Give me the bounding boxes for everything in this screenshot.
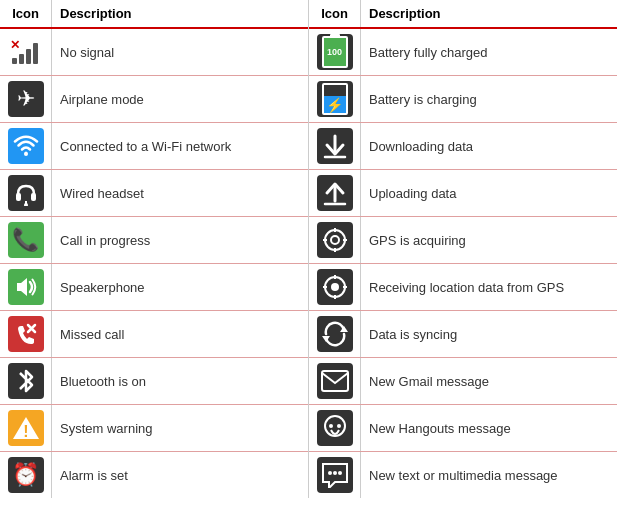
row-battery-full: 100 Battery fully charged [309,29,617,76]
icon-battery-charging: ⚡ [309,76,361,122]
desc-wired-headset: Wired headset [52,180,308,207]
row-uploading: Uploading data [309,170,617,217]
svg-rect-2 [31,193,36,201]
left-icon-header: Icon [0,0,52,27]
svg-point-11 [325,230,345,250]
icon-hangouts [309,405,361,451]
row-warning: ! System warning [0,405,308,452]
desc-alarm: Alarm is set [52,462,308,489]
row-battery-charging: ⚡ Battery is charging [309,76,617,123]
svg-point-12 [331,236,339,244]
desc-warning: System warning [52,415,308,442]
svg-text:!: ! [23,423,28,440]
desc-airplane: Airplane mode [52,86,308,113]
svg-rect-1 [16,193,21,201]
svg-point-31 [338,471,342,475]
row-hangouts: New Hangouts message [309,405,617,452]
desc-downloading: Downloading data [361,133,617,160]
svg-point-28 [337,424,341,428]
desc-battery-full: Battery fully charged [361,39,617,66]
icon-call-progress: 📞 [0,217,52,263]
svg-point-30 [333,471,337,475]
icon-missed-call [0,311,52,357]
icon-wired-headset [0,170,52,216]
desc-sms: New text or multimedia message [361,462,617,489]
svg-point-18 [331,283,339,291]
row-bluetooth: Bluetooth is on [0,358,308,405]
icon-battery-full: 100 [309,29,361,75]
left-desc-header: Description [52,0,308,27]
row-wired-headset: Wired headset [0,170,308,217]
row-sms: New text or multimedia message [309,452,617,498]
right-header: Icon Description [309,0,617,29]
desc-wifi: Connected to a Wi-Fi network [52,133,308,160]
main-container: Icon Description ✕ No signal [0,0,617,498]
row-speakerphone: Speakerphone [0,264,308,311]
icon-bluetooth [0,358,52,404]
row-downloading: Downloading data [309,123,617,170]
row-missed-call: Missed call [0,311,308,358]
right-column: Icon Description 100 Battery fully charg… [309,0,617,498]
icon-sms [309,452,361,498]
row-gps-acquiring: GPS is acquiring [309,217,617,264]
icon-no-signal: ✕ [0,29,52,75]
desc-uploading: Uploading data [361,180,617,207]
svg-point-29 [328,471,332,475]
right-desc-header: Description [361,0,617,27]
icon-gps-active [309,264,361,310]
row-gmail: New Gmail message [309,358,617,405]
icon-wifi [0,123,52,169]
desc-speakerphone: Speakerphone [52,274,308,301]
row-airplane: ✈ Airplane mode [0,76,308,123]
icon-downloading [309,123,361,169]
icon-speakerphone [0,264,52,310]
row-gps-active: Receiving location data from GPS [309,264,617,311]
icon-warning: ! [0,405,52,451]
row-wifi: Connected to a Wi-Fi network [0,123,308,170]
icon-airplane: ✈ [0,76,52,122]
icon-gmail [309,358,361,404]
icon-uploading [309,170,361,216]
left-column: Icon Description ✕ No signal [0,0,309,498]
desc-hangouts: New Hangouts message [361,415,617,442]
svg-point-0 [24,152,28,156]
svg-point-4 [24,203,28,206]
desc-no-signal: No signal [52,39,308,66]
desc-bluetooth: Bluetooth is on [52,368,308,395]
left-header: Icon Description [0,0,308,29]
desc-gps-active: Receiving location data from GPS [361,274,617,301]
desc-gps-acquiring: GPS is acquiring [361,227,617,254]
icon-alarm: ⏰ [0,452,52,498]
row-syncing: Data is syncing [309,311,617,358]
row-no-signal: ✕ No signal [0,29,308,76]
row-alarm: ⏰ Alarm is set [0,452,308,498]
desc-missed-call: Missed call [52,321,308,348]
svg-rect-25 [322,371,348,391]
desc-syncing: Data is syncing [361,321,617,348]
desc-battery-charging: Battery is charging [361,86,617,113]
svg-point-27 [329,424,333,428]
icon-gps-acquiring [309,217,361,263]
right-icon-header: Icon [309,0,361,27]
desc-call-progress: Call in progress [52,227,308,254]
desc-gmail: New Gmail message [361,368,617,395]
row-call-progress: 📞 Call in progress [0,217,308,264]
icon-syncing [309,311,361,357]
